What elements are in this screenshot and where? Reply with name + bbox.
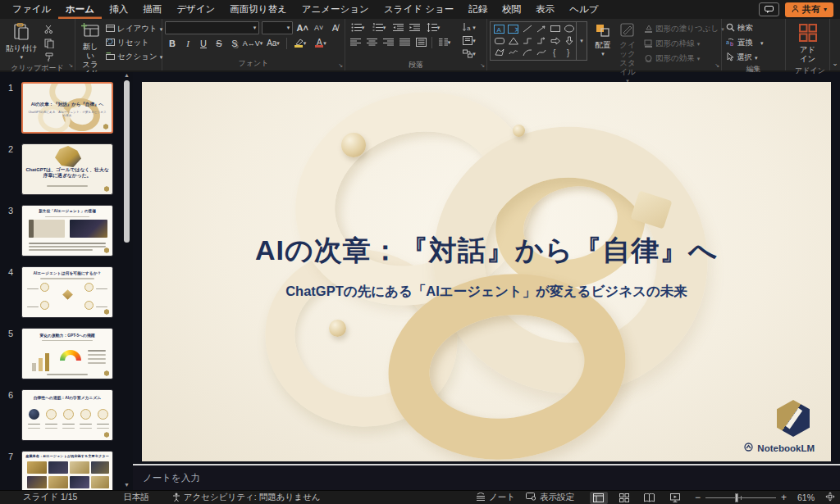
- comments-button[interactable]: [759, 2, 779, 16]
- select-button[interactable]: 選択▾: [724, 52, 783, 64]
- brace-right-shape-icon[interactable]: }: [562, 47, 576, 59]
- elbow-arrow-shape-icon[interactable]: [534, 35, 548, 48]
- menu-tab-デザイン[interactable]: デザイン: [169, 0, 222, 19]
- change-case-button[interactable]: Aa▾: [263, 37, 283, 49]
- menu-tab-スライド ショー[interactable]: スライド ショー: [377, 0, 461, 19]
- addins-button[interactable]: アドイン: [794, 21, 822, 66]
- block-arrow-down-shape-icon[interactable]: [562, 35, 576, 48]
- block-arrow-right-shape-icon[interactable]: [548, 35, 562, 48]
- text-shadow-button[interactable]: S: [227, 37, 242, 49]
- paragraph-dialog-launcher-icon[interactable]: ↘: [480, 62, 485, 69]
- italic-button[interactable]: I: [180, 37, 195, 49]
- slide-canvas[interactable]: AIの次章：『対話』から『自律』へ ChatGPTの先にある「AIエージェント」…: [142, 82, 831, 461]
- justify-button[interactable]: [397, 36, 412, 48]
- font-name-combobox[interactable]: ▾: [165, 21, 259, 34]
- convert-to-smartart-button[interactable]: ▾: [459, 48, 480, 60]
- align-right-button[interactable]: [381, 36, 395, 48]
- fit-to-window-button[interactable]: [825, 492, 835, 503]
- strikethrough-button[interactable]: S: [212, 37, 226, 49]
- collapse-ribbon-button[interactable]: ⌄: [830, 19, 840, 70]
- zoom-out-icon[interactable]: −: [695, 492, 701, 503]
- line-shape-icon[interactable]: [520, 23, 534, 35]
- notes-toggle-button[interactable]: ノート: [476, 492, 515, 503]
- scroll-up-icon[interactable]: ▲: [124, 72, 130, 79]
- slide-thumbnail-1[interactable]: AIの次章：『対話』から『自律』へ ChatGPTの先にある「AIエージェント」…: [21, 82, 113, 134]
- character-spacing-button[interactable]: A↔V▾: [243, 37, 262, 49]
- freeform-shape-icon[interactable]: [492, 47, 506, 59]
- columns-button[interactable]: ▾: [436, 36, 454, 48]
- reading-view-button[interactable]: [641, 492, 659, 504]
- shape-fill-button[interactable]: 図形の塗りつぶし▾: [642, 23, 726, 35]
- font-dialog-launcher-icon[interactable]: ↘: [338, 62, 343, 69]
- menu-tab-記録[interactable]: 記録: [461, 0, 495, 19]
- copy-button[interactable]: [42, 37, 57, 49]
- zoom-slider[interactable]: − +: [695, 492, 787, 503]
- menu-tab-ファイル[interactable]: ファイル: [5, 0, 58, 19]
- arc-shape-icon[interactable]: [520, 47, 534, 59]
- find-button[interactable]: 検索: [724, 22, 783, 34]
- roundrect-shape-icon[interactable]: [492, 35, 506, 48]
- cut-button[interactable]: [42, 23, 57, 35]
- bold-button[interactable]: B: [165, 37, 180, 49]
- thumbnail-scrollbar[interactable]: ▲ ▼: [121, 72, 132, 490]
- reset-button[interactable]: リセット: [104, 37, 164, 49]
- elbow-shape-icon[interactable]: [520, 35, 534, 48]
- underline-button[interactable]: U: [196, 37, 211, 49]
- font-size-combobox[interactable]: ▾: [262, 21, 293, 34]
- menu-tab-校閲[interactable]: 校閲: [495, 0, 528, 19]
- brace-left-shape-icon[interactable]: {: [548, 47, 562, 59]
- slide-sorter-view-button[interactable]: [615, 492, 633, 504]
- menu-tab-表示[interactable]: 表示: [528, 0, 562, 19]
- menu-tab-ヘルプ[interactable]: ヘルプ: [562, 0, 605, 19]
- scroll-down-icon[interactable]: ▼: [124, 482, 130, 488]
- textbox-shape-icon[interactable]: A: [492, 23, 506, 35]
- slide-thumbnail-2[interactable]: ChatGPTは、ゴールではなく、壮大な序章に過ぎなかった。: [21, 143, 113, 195]
- zoom-slider-handle[interactable]: [735, 493, 738, 502]
- align-text-button[interactable]: ▾: [459, 34, 480, 47]
- language-indicator[interactable]: 日本語: [123, 492, 149, 503]
- text-direction-button[interactable]: a▾: [459, 21, 480, 34]
- format-painter-button[interactable]: [42, 51, 57, 63]
- paste-button[interactable]: 貼り付け ▾: [2, 21, 40, 62]
- shape-effects-button[interactable]: 図形の効果▾: [642, 52, 726, 65]
- menu-tab-画面切り替え[interactable]: 画面切り替え: [222, 0, 294, 19]
- slide-subtitle-text[interactable]: ChatGPTの先にある「AIエージェント」が変えるビジネスの未来: [142, 283, 831, 301]
- replace-button[interactable]: ab 置換▾: [724, 37, 783, 49]
- zoom-in-icon[interactable]: +: [781, 492, 787, 503]
- decrease-indent-button[interactable]: [390, 21, 405, 34]
- menu-tab-アニメーション[interactable]: アニメーション: [294, 0, 377, 19]
- rect-shape-icon[interactable]: [548, 23, 562, 35]
- slide-thumbnail-5[interactable]: 変化の原動力：GPT-5への飛躍: [21, 328, 113, 379]
- notes-pane[interactable]: ノートを入力: [133, 464, 840, 490]
- align-left-button[interactable]: [348, 36, 363, 48]
- font-color-button[interactable]: A▾: [311, 37, 331, 49]
- accessibility-status[interactable]: アクセシビリティ: 問題ありません: [172, 492, 321, 503]
- shape-outline-button[interactable]: 図形の枠線▾: [642, 38, 726, 50]
- layout-button[interactable]: レイアウト▾: [104, 23, 164, 35]
- highlight-color-button[interactable]: ▾: [290, 37, 310, 49]
- distribute-text-button[interactable]: [413, 36, 428, 48]
- normal-view-button[interactable]: [590, 492, 608, 504]
- slide-thumbnail-4[interactable]: AIエージェントは何を可能にするか？: [21, 266, 113, 318]
- slide-thumbnail-7[interactable]: 産業革命：AIエージェントが再定義する主要セクター: [21, 451, 113, 490]
- slide-title-text[interactable]: AIの次章：『対話』から『自律』へ: [142, 232, 831, 270]
- triangle-shape-icon[interactable]: [506, 35, 520, 48]
- bullets-button[interactable]: ▾: [348, 21, 368, 34]
- menu-tab-描画[interactable]: 描画: [135, 0, 169, 19]
- increase-font-size-button[interactable]: A˄: [295, 22, 309, 34]
- scribble-shape-icon[interactable]: [506, 47, 520, 59]
- line-spacing-button[interactable]: ▾: [423, 21, 443, 34]
- slide-thumbnail-3[interactable]: 新主役「AIエージェント」の登場: [21, 205, 113, 257]
- decrease-font-size-button[interactable]: A˅: [312, 22, 326, 34]
- scrollbar-thumb[interactable]: [124, 80, 130, 243]
- oval-shape-icon[interactable]: [562, 23, 576, 35]
- menu-tab-挿入[interactable]: 挿入: [102, 0, 135, 19]
- slide-thumbnail-6[interactable]: 自律性への道筋：AIの学習メカニズム: [21, 389, 113, 441]
- menu-tab-ホーム[interactable]: ホーム: [58, 0, 102, 19]
- arrow-line-shape-icon[interactable]: [534, 23, 548, 35]
- curve-shape-icon[interactable]: [534, 47, 548, 59]
- increase-indent-button[interactable]: [407, 21, 422, 34]
- vtextbox-shape-icon[interactable]: A: [506, 23, 520, 35]
- shape-gallery-scroll[interactable]: ▾: [577, 21, 587, 61]
- slideshow-view-button[interactable]: [666, 492, 684, 504]
